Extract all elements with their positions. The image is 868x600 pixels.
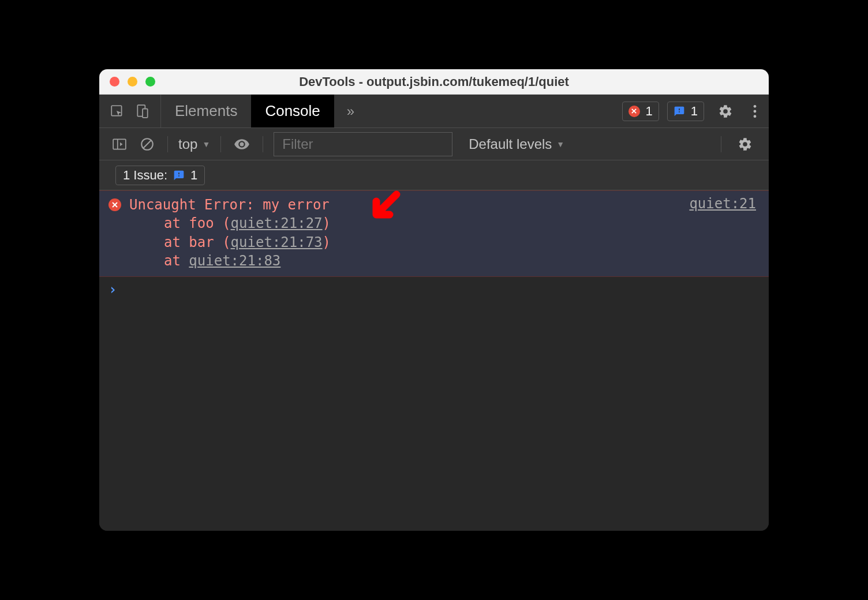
stack-frame: at bar (quiet:21:73) (129, 233, 757, 252)
inspect-element-icon[interactable] (110, 104, 125, 119)
stack-prefix: at (164, 253, 189, 269)
issue-icon (173, 170, 185, 181)
divider (220, 136, 221, 152)
levels-label: Default levels (469, 136, 552, 152)
divider (721, 136, 721, 152)
tabbar: Elements Console » 1 1 (99, 95, 769, 128)
svg-point-3 (754, 104, 757, 107)
log-levels-selector[interactable]: Default levels ▼ (469, 136, 564, 152)
error-icon (108, 198, 121, 211)
filter-input[interactable] (274, 132, 452, 156)
divider (263, 136, 263, 152)
stack-prefix: at bar ( (164, 234, 231, 250)
minimize-window-button[interactable] (128, 77, 137, 87)
console-settings-icon[interactable] (732, 137, 758, 152)
error-lines: Uncaught Error: my error at foo (quiet:2… (129, 196, 757, 271)
titlebar: DevTools - output.jsbin.com/tukemeq/1/qu… (99, 69, 769, 95)
window-title: DevTools - output.jsbin.com/tukemeq/1/qu… (299, 74, 569, 89)
clear-console-icon[interactable] (137, 137, 157, 152)
svg-rect-2 (143, 108, 148, 117)
svg-line-9 (144, 140, 151, 148)
svg-rect-0 (111, 106, 121, 115)
zoom-window-button[interactable] (145, 77, 155, 87)
close-window-button[interactable] (110, 77, 119, 87)
stack-prefix: at foo ( (164, 215, 231, 231)
chevron-down-icon: ▼ (202, 140, 210, 149)
issues-count: 1 (691, 104, 698, 119)
errors-count: 1 (646, 104, 653, 119)
stack-link[interactable]: quiet:21:27 (231, 215, 323, 231)
more-menu-icon[interactable] (747, 104, 763, 119)
stack-suffix: ) (323, 215, 331, 231)
console-body: Uncaught Error: my error at foo (quiet:2… (99, 190, 769, 531)
inspect-tools (99, 95, 161, 127)
issues-chip-count: 1 (190, 168, 197, 183)
errors-badge[interactable]: 1 (622, 102, 659, 121)
error-message-block: Uncaught Error: my error at foo (quiet:2… (99, 190, 769, 277)
more-tabs-icon[interactable]: » (334, 95, 367, 127)
prompt-chevron-icon: › (108, 282, 117, 298)
settings-icon[interactable] (712, 104, 739, 119)
error-icon (628, 106, 640, 117)
source-link[interactable]: quiet:21 (689, 196, 756, 212)
stack-link[interactable]: quiet:21:83 (189, 253, 280, 269)
issues-badge[interactable]: 1 (667, 102, 704, 121)
divider (167, 136, 168, 152)
svg-rect-6 (113, 139, 126, 149)
stack-suffix: ) (323, 234, 331, 250)
context-label: top (178, 136, 197, 152)
issues-label: 1 Issue: (123, 168, 167, 183)
issues-chip[interactable]: 1 Issue: 1 (115, 166, 205, 185)
tab-elements[interactable]: Elements (161, 95, 251, 127)
devtools-window: DevTools - output.jsbin.com/tukemeq/1/qu… (99, 69, 769, 531)
svg-point-4 (754, 110, 757, 112)
console-toolbar: top ▼ Default levels ▼ (99, 128, 769, 160)
console-sidebar-toggle-icon[interactable] (110, 137, 129, 152)
svg-point-5 (754, 115, 757, 118)
error-message: Uncaught Error: my error (129, 196, 757, 214)
console-prompt[interactable]: › (99, 277, 769, 302)
chevron-down-icon: ▼ (556, 140, 564, 149)
stack-frame: at quiet:21:83 (129, 252, 757, 270)
issues-row: 1 Issue: 1 (99, 160, 769, 190)
tabbar-right: 1 1 (616, 95, 769, 127)
traffic-lights (110, 77, 155, 87)
device-toolbar-icon[interactable] (135, 104, 150, 119)
context-selector[interactable]: top ▼ (178, 136, 210, 152)
issue-icon (674, 106, 685, 117)
live-expression-icon[interactable] (231, 136, 252, 152)
stack-link[interactable]: quiet:21:73 (231, 234, 323, 250)
tab-console[interactable]: Console (251, 95, 334, 127)
stack-frame: at foo (quiet:21:27) (129, 214, 757, 232)
